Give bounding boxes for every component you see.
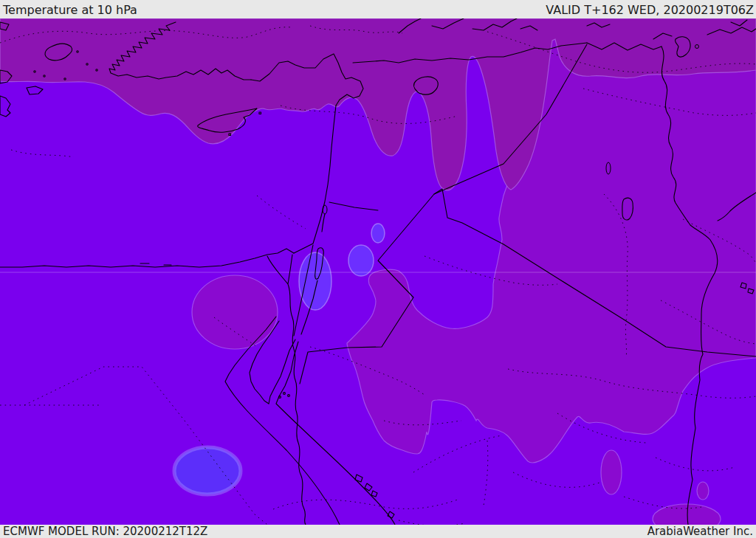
header-bar: Temperature at 10 hPa VALID T+162 WED, 2… <box>0 0 756 18</box>
valid-time-label: VALID T+162 WED, 20200219T06Z <box>546 1 754 18</box>
map-canvas <box>0 18 756 525</box>
temp-band-blue-spot <box>174 447 241 494</box>
map-title: Temperature at 10 hPa <box>3 1 137 18</box>
forecast-map <box>0 18 756 525</box>
model-run-label: ECMWF MODEL RUN: 20200212T12Z <box>3 525 207 538</box>
footer-bar: ECMWF MODEL RUN: 20200212T12Z ArabiaWeat… <box>0 525 756 538</box>
weather-map-screen: Temperature at 10 hPa VALID T+162 WED, 2… <box>0 0 756 538</box>
temp-band-dark-blob-1 <box>601 450 622 494</box>
credit-label: ArabiaWeather Inc. <box>647 525 753 538</box>
temp-band-dark-lobe-delta <box>192 275 278 349</box>
temp-band-dark-blob-2 <box>697 482 709 500</box>
